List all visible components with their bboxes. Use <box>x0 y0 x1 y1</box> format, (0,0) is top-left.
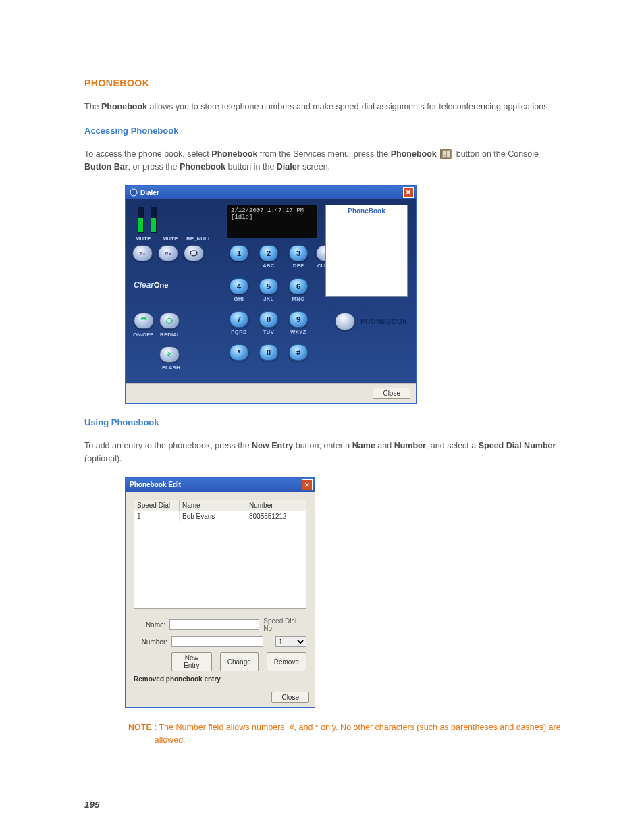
key-hash[interactable]: # <box>289 344 308 361</box>
flash-button[interactable] <box>159 346 180 363</box>
note-label: NOTE <box>128 721 152 747</box>
key-8[interactable]: 8 <box>259 311 278 328</box>
status-text: Removed phonebook entry <box>134 675 306 683</box>
phonebook-panel-header: PhoneBook <box>326 205 407 217</box>
text: screen. <box>300 162 330 172</box>
renull-icon <box>189 250 198 257</box>
text-bold: Dialer <box>277 162 300 172</box>
key-star[interactable]: * <box>230 344 248 361</box>
close-icon[interactable]: ✕ <box>302 479 313 490</box>
key-label: WXYZ <box>290 329 306 335</box>
key-label: MNO <box>292 296 305 302</box>
text-bold: Button Bar <box>84 162 128 172</box>
subheading-using: Using Phonebook <box>84 417 563 427</box>
col-speed-dial[interactable]: Speed Dial <box>134 500 180 511</box>
redial-label: REDIAL <box>159 332 181 338</box>
text: from the Services menu; press the <box>257 149 390 159</box>
change-button[interactable]: Change <box>220 652 259 671</box>
table-row[interactable]: 1 Bob Evans 8005551212 <box>134 511 306 521</box>
text: To access the phone book, select <box>84 149 211 159</box>
phone-icon <box>139 317 149 325</box>
display-status: [idle] <box>231 214 313 221</box>
text: To add an entry to the phonebook, press … <box>84 441 252 450</box>
tx-mute-button[interactable]: Tx <box>132 245 153 261</box>
text: button on the Console <box>456 149 539 159</box>
cell-number: 8005551212 <box>246 511 306 521</box>
level-meters <box>138 207 157 233</box>
name-label: Name: <box>134 621 165 629</box>
col-number[interactable]: Number <box>246 500 306 511</box>
table-header-row: Speed Dial Name Number <box>134 500 306 511</box>
text-bold: Number <box>394 441 426 450</box>
keypad: 1 2ABC 3DEF 4GHI 5JKL 6MNO 7PQRS 8TUV 9W… <box>227 245 311 362</box>
key-0[interactable]: 0 <box>259 344 278 361</box>
col-name[interactable]: Name <box>180 500 246 511</box>
phonebook-button[interactable] <box>335 313 355 330</box>
onoff-button[interactable] <box>134 313 154 329</box>
cell-name: Bob Evans <box>180 511 246 521</box>
brand-logo: ClearOne <box>134 280 168 290</box>
text: button in the <box>225 162 277 172</box>
text-bold: Name <box>352 441 375 450</box>
mute-label: MUTE <box>132 236 154 242</box>
flash-label: FLASH <box>162 365 180 371</box>
key-9[interactable]: 9 <box>289 311 308 328</box>
text-bold: Phonebook <box>180 162 225 172</box>
note: NOTE : The Number field allows numbers, … <box>128 721 563 747</box>
new-entry-button[interactable]: New Entry <box>171 652 212 671</box>
access-paragraph: To access the phone book, select Phonebo… <box>84 148 563 174</box>
note-text: : The Number field allows numbers, #, an… <box>155 721 563 747</box>
remove-button[interactable]: Remove <box>267 652 306 671</box>
key-label: DEF <box>293 263 304 269</box>
rx-mute-button[interactable]: Rx <box>158 245 178 261</box>
key-label: PQRS <box>231 329 246 335</box>
phonebook-table: Speed Dial Name Number 1 Bob Evans 80055… <box>134 500 306 610</box>
key-5[interactable]: 5 <box>259 278 278 294</box>
close-icon[interactable]: ✕ <box>403 187 414 198</box>
redial-button[interactable] <box>159 313 180 329</box>
key-1[interactable]: 1 <box>230 245 248 261</box>
text-bold: Phonebook <box>391 149 437 159</box>
speed-dial-select[interactable]: 1 <box>275 636 306 647</box>
close-button[interactable]: Close <box>271 692 309 703</box>
key-3[interactable]: 3 <box>289 245 308 261</box>
dialer-titlebar: Dialer ✕ <box>126 186 416 199</box>
text: (optional). <box>84 454 122 463</box>
name-input[interactable] <box>169 619 259 630</box>
page-number: 195 <box>84 800 100 810</box>
key-label: GHI <box>234 296 244 302</box>
key-label: TUV <box>263 329 275 335</box>
text: ; or press the <box>128 162 180 172</box>
number-label: Number: <box>134 638 167 646</box>
key-7[interactable]: 7 <box>230 311 248 328</box>
level-meter <box>138 207 144 233</box>
number-input[interactable] <box>171 636 263 647</box>
renull-button[interactable] <box>184 245 204 261</box>
section-title: PHONEBOOK <box>84 78 563 88</box>
phonebook-panel: PhoneBook <box>325 205 408 297</box>
phonebook-edit-titlebar: Phonebook Edit ✕ <box>126 478 315 492</box>
display-time: 2/12/2007 1:47:17 PM <box>231 207 313 214</box>
mute-label: MUTE <box>159 236 181 242</box>
dialer-title: Dialer <box>140 189 159 197</box>
key-4[interactable]: 4 <box>230 278 248 294</box>
brand-text: One <box>154 281 168 289</box>
text-bold: Phonebook <box>211 149 257 159</box>
dialer-display: 2/12/2007 1:47:17 PM [idle] <box>227 205 317 238</box>
text-bold: Speed Dial Number <box>479 441 556 450</box>
table-empty <box>134 521 306 609</box>
phonebook-button-label: PHONEBOOK <box>360 318 408 325</box>
subheading-accessing: Accessing Phonebook <box>84 126 563 136</box>
phonebook-edit-window: Phonebook Edit ✕ Speed Dial Name Number … <box>125 477 315 708</box>
key-2[interactable]: 2 <box>259 245 278 261</box>
phonebook-edit-title: Phonebook Edit <box>130 481 181 488</box>
text-bold: New Entry <box>252 441 293 450</box>
intro-paragraph: The Phonebook allows you to store teleph… <box>84 101 563 113</box>
close-button[interactable]: Close <box>373 388 410 399</box>
key-6[interactable]: 6 <box>289 278 308 294</box>
key-label: JKL <box>263 296 274 302</box>
phonebook-toolbar-icon <box>440 149 452 159</box>
speed-dial-label: Speed Dial No. <box>263 617 306 632</box>
text: ; and select a <box>426 441 479 450</box>
text: allows you to store telephone numbers an… <box>147 102 550 111</box>
